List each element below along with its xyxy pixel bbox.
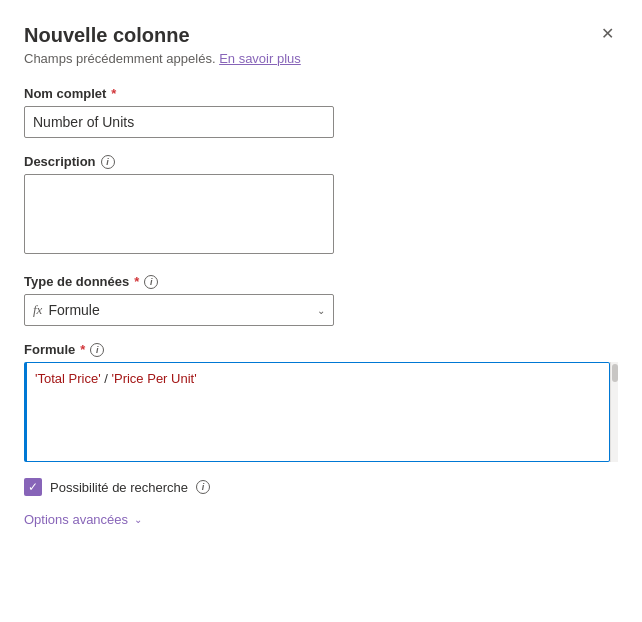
- data-type-selected-value: Formule: [48, 302, 99, 318]
- advanced-options-label: Options avancées: [24, 512, 128, 527]
- formula-field-group: Formule * i 'Total Price' / 'Price Per U…: [24, 342, 618, 462]
- formula-fx-icon: fx: [33, 302, 42, 318]
- data-type-chevron-icon: ⌄: [317, 305, 325, 316]
- formula-info-icon[interactable]: i: [90, 343, 104, 357]
- description-input[interactable]: [24, 174, 334, 254]
- full-name-input[interactable]: [24, 106, 334, 138]
- description-field-group: Description i: [24, 154, 618, 258]
- data-type-required: *: [134, 274, 139, 289]
- formula-part2: 'Price Per Unit': [112, 371, 197, 386]
- searchable-info-icon[interactable]: i: [196, 480, 210, 494]
- full-name-required: *: [111, 86, 116, 101]
- dialog-title: Nouvelle colonne: [24, 24, 190, 47]
- formula-part1: 'Total Price': [35, 371, 101, 386]
- searchable-row: ✓ Possibilité de recherche i: [24, 478, 618, 496]
- description-info-icon[interactable]: i: [101, 155, 115, 169]
- formula-outer: 'Total Price' / 'Price Per Unit': [24, 362, 618, 462]
- formula-label: Formule * i: [24, 342, 618, 357]
- searchable-label: Possibilité de recherche: [50, 480, 188, 495]
- checkmark-icon: ✓: [28, 481, 38, 493]
- formula-required: *: [80, 342, 85, 357]
- data-type-select[interactable]: fx Formule ⌄: [24, 294, 334, 326]
- formula-scrollbar-thumb: [612, 364, 618, 382]
- formula-scrollbar[interactable]: [610, 362, 618, 462]
- advanced-options-row[interactable]: Options avancées ⌄: [24, 512, 618, 527]
- description-label: Description i: [24, 154, 618, 169]
- dialog-header: Nouvelle colonne ✕: [24, 24, 618, 47]
- close-button[interactable]: ✕: [597, 24, 618, 44]
- formula-input[interactable]: 'Total Price' / 'Price Per Unit': [24, 362, 610, 462]
- data-type-field-group: Type de données * i fx Formule ⌄: [24, 274, 618, 326]
- full-name-label: Nom complet *: [24, 86, 618, 101]
- new-column-dialog: Nouvelle colonne ✕ Champs précédemment a…: [0, 0, 642, 622]
- searchable-checkbox[interactable]: ✓: [24, 478, 42, 496]
- advanced-options-chevron-icon: ⌄: [134, 514, 142, 525]
- data-type-info-icon[interactable]: i: [144, 275, 158, 289]
- learn-more-link[interactable]: En savoir plus: [219, 51, 301, 66]
- data-type-label: Type de données * i: [24, 274, 618, 289]
- formula-text: 'Total Price' / 'Price Per Unit': [35, 371, 601, 387]
- dialog-subtitle: Champs précédemment appelés. En savoir p…: [24, 51, 618, 66]
- full-name-field-group: Nom complet *: [24, 86, 618, 138]
